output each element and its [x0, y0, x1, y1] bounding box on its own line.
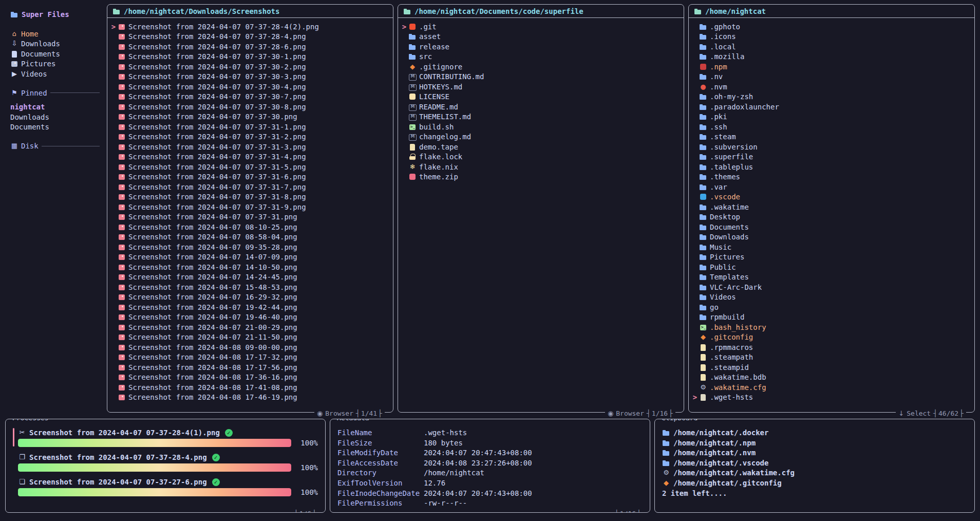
- file-row[interactable]: Screenshot from 2024-04-07 07-37-30-4.pn…: [109, 82, 389, 92]
- file-row[interactable]: .steampid: [691, 362, 970, 373]
- file-row[interactable]: .nv: [691, 72, 970, 82]
- file-row[interactable]: Desktop: [691, 212, 970, 222]
- file-row[interactable]: .wakatime.bdb: [691, 373, 970, 383]
- file-row[interactable]: >.wget-hsts: [691, 393, 970, 403]
- file-row[interactable]: Public: [691, 262, 970, 272]
- file-row[interactable]: Screenshot from 2024-04-08 17-17-32.png: [109, 352, 389, 363]
- file-row[interactable]: .superfile: [691, 152, 970, 162]
- file-row[interactable]: .tableplus: [691, 162, 970, 172]
- file-row[interactable]: .wakatime: [691, 202, 970, 212]
- file-row[interactable]: Screenshot from 2024-04-07 07-37-31-9.pn…: [109, 202, 389, 212]
- sidebar-item-nightcat[interactable]: nightcat: [10, 102, 100, 113]
- file-row[interactable]: Screenshot from 2024-04-07 07-37-28-4.pn…: [109, 32, 389, 42]
- file-row[interactable]: changelog.md: [400, 132, 680, 142]
- file-row[interactable]: Screenshot from 2024-04-07 07-37-31-5.pn…: [109, 162, 389, 172]
- file-row[interactable]: README.md: [400, 102, 680, 112]
- file-row[interactable]: Screenshot from 2024-04-07 07-37-30.png: [109, 112, 389, 122]
- file-row[interactable]: .themes: [691, 172, 970, 182]
- file-row[interactable]: rpmbuild: [691, 312, 970, 323]
- file-row[interactable]: Screenshot from 2024-04-07 08-10-25.png: [109, 222, 389, 232]
- file-row[interactable]: Screenshot from 2024-04-07 14-24-45.png: [109, 272, 389, 283]
- file-row[interactable]: Pictures: [691, 252, 970, 263]
- file-row[interactable]: .var: [691, 182, 970, 192]
- file-row[interactable]: CONTRIBUTING.md: [400, 72, 680, 82]
- clipboard-item[interactable]: ⚙/home/nightcat/.wakatime.cfg: [662, 468, 967, 478]
- file-row[interactable]: .mozilla: [691, 52, 970, 62]
- file-row[interactable]: Screenshot from 2024-04-07 07-37-31-6.pn…: [109, 172, 389, 182]
- file-row[interactable]: build.sh: [400, 122, 680, 132]
- file-row[interactable]: ◆.gitignore: [400, 62, 680, 72]
- file-row[interactable]: Screenshot from 2024-04-07 14-10-50.png: [109, 262, 389, 272]
- file-row[interactable]: Screenshot from 2024-04-07 07-37-31-7.pn…: [109, 182, 389, 192]
- file-row[interactable]: Downloads: [691, 232, 970, 243]
- file-row[interactable]: ◆.gitconfig: [691, 332, 970, 343]
- file-row[interactable]: Screenshot from 2024-04-07 08-58-04.png: [109, 232, 389, 243]
- clipboard-item[interactable]: /home/nightcat/.npm: [662, 438, 967, 448]
- file-row[interactable]: Screenshot from 2024-04-07 07-37-31-3.pn…: [109, 142, 389, 152]
- file-row[interactable]: Videos: [691, 292, 970, 303]
- file-row[interactable]: Screenshot from 2024-04-07 07-37-30-2.pn…: [109, 62, 389, 72]
- file-row[interactable]: Screenshot from 2024-04-07 07-37-31-2.pn…: [109, 132, 389, 142]
- file-row[interactable]: Screenshot from 2024-04-07 19-46-40.png: [109, 312, 389, 323]
- file-row[interactable]: Screenshot from 2024-04-08 17-41-08.png: [109, 382, 389, 393]
- file-row[interactable]: .local: [691, 42, 970, 52]
- file-row[interactable]: Screenshot from 2024-04-07 21-00-29.png: [109, 322, 389, 332]
- file-row[interactable]: asset: [400, 32, 680, 42]
- file-row[interactable]: ⚙.wakatime.cfg: [691, 382, 970, 393]
- file-row[interactable]: ●.nvm: [691, 82, 970, 92]
- file-row[interactable]: Screenshot from 2024-04-07 07-37-31-1.pn…: [109, 122, 389, 132]
- file-row[interactable]: .gphoto: [691, 22, 970, 32]
- file-row[interactable]: Documents: [691, 222, 970, 232]
- file-row[interactable]: Screenshot from 2024-04-08 17-36-16.png: [109, 373, 389, 383]
- file-row[interactable]: Screenshot from 2024-04-07 07-37-30-8.pn…: [109, 102, 389, 112]
- file-row[interactable]: .npm: [691, 62, 970, 72]
- file-row[interactable]: .pki: [691, 112, 970, 122]
- clipboard-item[interactable]: /home/nightcat/.vscode: [662, 458, 967, 468]
- file-row[interactable]: >Screenshot from 2024-04-07 07-37-28-4(2…: [109, 22, 389, 32]
- file-row[interactable]: THEMELIST.md: [400, 112, 680, 122]
- process-item[interactable]: ❏Screenshot from 2024-04-07 07-37-27-6.p…: [13, 477, 318, 496]
- file-row[interactable]: Screenshot from 2024-04-08 09-00-00.png: [109, 342, 389, 352]
- clipboard-item[interactable]: /home/nightcat/.nvm: [662, 448, 967, 458]
- file-row[interactable]: Screenshot from 2024-04-07 07-37-30-3.pn…: [109, 72, 389, 82]
- file-row[interactable]: .ssh: [691, 122, 970, 132]
- file-row[interactable]: .steam: [691, 132, 970, 142]
- file-row[interactable]: Screenshot from 2024-04-08 17-46-19.png: [109, 393, 389, 403]
- file-row[interactable]: Screenshot from 2024-04-07 09-35-28.png: [109, 242, 389, 252]
- sidebar-item-documents[interactable]: Documents: [10, 49, 100, 59]
- clipboard-item[interactable]: /home/nightcat/.docker: [662, 427, 967, 438]
- file-row[interactable]: .rpmmacros: [691, 342, 970, 352]
- file-row[interactable]: .bash_history: [691, 322, 970, 332]
- file-row[interactable]: Screenshot from 2024-04-07 07-37-31-4.pn…: [109, 152, 389, 162]
- file-row[interactable]: Screenshot from 2024-04-07 07-37-31-8.pn…: [109, 192, 389, 202]
- file-row[interactable]: Screenshot from 2024-04-07 21-11-50.png: [109, 332, 389, 343]
- process-item[interactable]: ✂Screenshot from 2024-04-07 07-37-28-4(1…: [13, 427, 318, 447]
- file-row[interactable]: release: [400, 42, 680, 52]
- sidebar-item-documents[interactable]: Documents: [10, 122, 100, 133]
- file-row[interactable]: .subversion: [691, 142, 970, 152]
- file-row[interactable]: Screenshot from 2024-04-07 07-37-28-6.pn…: [109, 42, 389, 52]
- process-item[interactable]: ❐Screenshot from 2024-04-07 07-37-28-4.p…: [13, 452, 318, 472]
- file-row[interactable]: Screenshot from 2024-04-07 07-37-30-7.pn…: [109, 92, 389, 102]
- file-row[interactable]: >.git: [400, 22, 680, 32]
- file-row[interactable]: Screenshot from 2024-04-07 14-07-09.png: [109, 252, 389, 263]
- file-row[interactable]: Templates: [691, 272, 970, 283]
- sidebar-item-downloads[interactable]: Downloads: [10, 112, 100, 122]
- file-row[interactable]: theme.zip: [400, 172, 680, 182]
- file-row[interactable]: Screenshot from 2024-04-07 07-37-31.png: [109, 212, 389, 222]
- file-row[interactable]: flake.lock: [400, 152, 680, 162]
- sidebar-item-home[interactable]: ⌂Home: [10, 29, 100, 39]
- file-row[interactable]: go: [691, 302, 970, 312]
- sidebar-item-pictures[interactable]: Pictures: [10, 59, 100, 69]
- file-row[interactable]: .icons: [691, 32, 970, 42]
- file-row[interactable]: LICENSE: [400, 92, 680, 102]
- file-row[interactable]: Music: [691, 242, 970, 252]
- file-row[interactable]: VLC-Arc-Dark: [691, 282, 970, 292]
- file-row[interactable]: Screenshot from 2024-04-08 17-17-56.png: [109, 362, 389, 373]
- file-row[interactable]: ❄flake.nix: [400, 162, 680, 172]
- file-row[interactable]: .paradoxlauncher: [691, 102, 970, 112]
- file-row[interactable]: .steampath: [691, 352, 970, 363]
- sidebar-item-videos[interactable]: ▶Videos: [10, 69, 100, 79]
- clipboard-item[interactable]: ◆/home/nightcat/.gitconfig: [662, 478, 967, 488]
- file-row[interactable]: HOTKEYS.md: [400, 82, 680, 92]
